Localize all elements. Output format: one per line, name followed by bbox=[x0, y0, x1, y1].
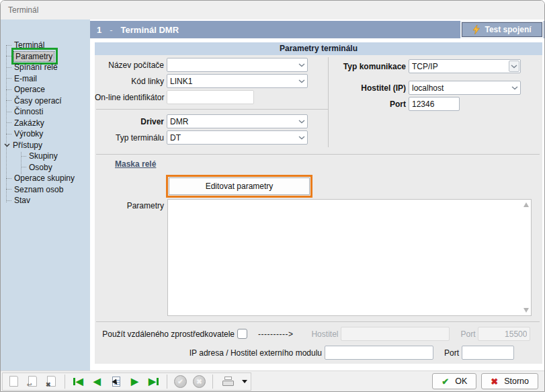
titlebar: Terminál bbox=[1, 1, 544, 19]
content: Terminál Parametry Spínání relé E-mail O… bbox=[1, 19, 544, 370]
record-header: 1 - Terminál DMR Test spojení bbox=[90, 21, 544, 38]
communication-type-label: Typ komunikace bbox=[296, 62, 406, 71]
edit-parameters-button[interactable]: Editovat parametry bbox=[169, 178, 310, 195]
external-port-field bbox=[462, 346, 514, 360]
storno-label: Storno bbox=[504, 377, 529, 386]
main-area: 1 - Terminál DMR Test spojení Parametry … bbox=[90, 19, 545, 370]
last-record-icon: ▶ bbox=[149, 377, 159, 386]
computer-name-input[interactable] bbox=[167, 61, 296, 70]
revert-record-button[interactable]: ↩ bbox=[25, 374, 40, 389]
sidebar: Terminál Parametry Spínání relé E-mail O… bbox=[1, 19, 90, 370]
record-number: 1 bbox=[97, 25, 101, 35]
relay-mask-link[interactable]: Maska relé bbox=[115, 159, 156, 169]
sidebar-item-vyrobky[interactable]: Výrobky bbox=[1, 128, 90, 140]
remote-host-label: Hostitel bbox=[302, 329, 338, 339]
record-title: Terminál DMR bbox=[121, 25, 179, 35]
sidebar-item-parametry[interactable]: Parametry bbox=[1, 51, 90, 63]
browse-records-button[interactable] bbox=[108, 374, 124, 389]
test-connection-button[interactable]: Test spojení bbox=[462, 22, 542, 37]
accept-changes-button[interactable]: ✔ bbox=[173, 374, 188, 389]
driver-combobox[interactable] bbox=[167, 114, 308, 128]
parameters-label: Parametry bbox=[95, 201, 164, 210]
line-code-combobox[interactable] bbox=[167, 74, 308, 88]
footer-toolbar: ↩ ✖ ◀ ◀ ▶ ▶ ✔ ✖ ✔ OK ✖ Storno bbox=[1, 370, 544, 391]
window-title: Terminál bbox=[8, 5, 38, 15]
computer-name-label: Název počítače bbox=[95, 61, 164, 70]
print-dropdown-icon[interactable] bbox=[242, 380, 247, 383]
nav-tree: Terminál Parametry Spínání relé E-mail O… bbox=[1, 19, 90, 206]
record-separator: - bbox=[110, 25, 112, 35]
chevron-down-icon[interactable] bbox=[296, 120, 307, 124]
accept-icon: ✔ bbox=[174, 375, 187, 388]
terminal-type-combobox[interactable] bbox=[167, 130, 308, 145]
remote-host-input bbox=[341, 329, 449, 339]
sidebar-item-operace[interactable]: Operace bbox=[1, 84, 90, 95]
doc-revert-icon: ↩ bbox=[28, 376, 37, 387]
host-ip-combobox[interactable] bbox=[409, 81, 521, 95]
ok-button[interactable]: ✔ OK bbox=[432, 373, 476, 389]
sidebar-item-operace-skupiny[interactable]: Operace skupiny bbox=[1, 173, 90, 184]
sidebar-item-email[interactable]: E-mail bbox=[1, 73, 90, 85]
line-code-input[interactable] bbox=[167, 77, 296, 86]
external-module-field bbox=[325, 346, 433, 360]
sidebar-item-pristupy[interactable]: Přístupy bbox=[1, 140, 90, 151]
sidebar-item-skupiny[interactable]: Skupiny bbox=[1, 151, 90, 162]
last-record-button[interactable]: ▶ bbox=[146, 374, 161, 389]
lightning-icon bbox=[472, 25, 480, 34]
ok-label: OK bbox=[455, 377, 467, 386]
host-ip-input[interactable] bbox=[409, 83, 509, 93]
use-remote-checkbox[interactable] bbox=[237, 329, 247, 339]
chevron-down-icon[interactable] bbox=[3, 141, 11, 149]
computer-name-combobox[interactable] bbox=[167, 58, 308, 72]
new-record-button[interactable] bbox=[6, 374, 22, 389]
arrow-text: ----------> bbox=[258, 329, 293, 339]
cancel-changes-button[interactable]: ✖ bbox=[192, 374, 207, 389]
section-separator bbox=[96, 154, 540, 155]
communication-type-input[interactable] bbox=[409, 62, 509, 71]
sidebar-item-zakazky[interactable]: Zakázky bbox=[1, 118, 90, 129]
scroll-down-icon[interactable] bbox=[523, 308, 529, 313]
terminal-type-input[interactable] bbox=[167, 133, 296, 143]
external-module-label: IP adresa / Hostitel externího modulu bbox=[95, 348, 322, 358]
external-module-input[interactable] bbox=[325, 348, 433, 358]
parameters-textarea[interactable] bbox=[168, 200, 531, 315]
delete-record-button[interactable]: ✖ bbox=[44, 374, 59, 389]
next-record-icon: ▶ bbox=[131, 377, 138, 386]
print-button[interactable] bbox=[218, 374, 237, 389]
port-input[interactable] bbox=[409, 100, 459, 109]
driver-input[interactable] bbox=[167, 117, 296, 126]
next-record-button[interactable]: ▶ bbox=[127, 374, 142, 389]
chevron-down-icon[interactable] bbox=[296, 136, 307, 140]
storno-button[interactable]: ✖ Storno bbox=[481, 373, 538, 389]
host-ip-label: Hostitel (IP) bbox=[296, 83, 406, 93]
parameters-textarea-wrap bbox=[167, 199, 532, 316]
use-remote-label: Použít vzdáleného zprostředkovatele bbox=[95, 329, 235, 339]
scroll-up-icon[interactable] bbox=[523, 202, 529, 207]
line-code-label: Kód linky bbox=[95, 77, 164, 86]
terminal-type-label: Typ terminálu bbox=[95, 133, 164, 143]
previous-record-icon: ◀ bbox=[93, 377, 101, 386]
printer-icon bbox=[222, 377, 234, 386]
port-field bbox=[409, 97, 460, 111]
online-identifier-input[interactable] bbox=[167, 93, 253, 102]
communication-type-combobox[interactable] bbox=[409, 59, 521, 73]
sidebar-item-stav[interactable]: Stav bbox=[1, 195, 90, 206]
sidebar-item-casy-operaci[interactable]: Časy operací bbox=[1, 95, 90, 107]
sidebar-item-seznam-osob[interactable]: Seznam osob bbox=[1, 184, 90, 196]
online-identifier-field bbox=[167, 90, 254, 104]
previous-record-button[interactable]: ◀ bbox=[89, 374, 105, 389]
sidebar-item-osoby[interactable]: Osoby bbox=[1, 162, 90, 173]
chevron-down-icon[interactable] bbox=[509, 61, 519, 72]
check-icon: ✔ bbox=[442, 377, 449, 387]
external-port-label: Port bbox=[435, 348, 459, 358]
left-separator bbox=[96, 109, 328, 110]
sidebar-item-spinani-rele[interactable]: Spínání relé bbox=[1, 62, 90, 73]
record-navigator: ↩ ✖ ◀ ◀ ▶ ▶ ✔ ✖ bbox=[2, 373, 251, 391]
online-identifier-label: On-line identifikátor bbox=[95, 93, 164, 102]
sidebar-item-cinnosti[interactable]: Činnosti bbox=[1, 106, 90, 118]
first-record-button[interactable]: ◀ bbox=[71, 374, 86, 389]
app-window: Terminál Terminál Parametry Spínání relé bbox=[0, 0, 545, 392]
chevron-down-icon[interactable] bbox=[509, 86, 520, 90]
external-port-input[interactable] bbox=[462, 348, 513, 358]
remote-host-field bbox=[341, 327, 450, 341]
